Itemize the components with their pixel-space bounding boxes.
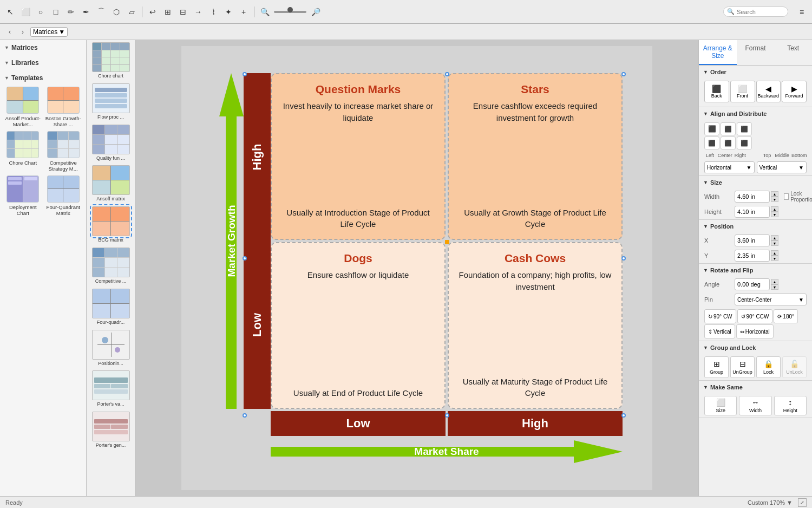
fill-icon[interactable]: ⬡ bbox=[110, 6, 122, 18]
nav-forward-btn[interactable]: › bbox=[17, 27, 28, 37]
grid-icon[interactable]: ⊞ bbox=[162, 6, 174, 18]
btn-180[interactable]: ⟳ 180° bbox=[774, 309, 798, 323]
nav-back-btn[interactable]: ‹ bbox=[4, 27, 15, 37]
btn-flip-vertical[interactable]: ⇕ Vertical bbox=[704, 324, 735, 338]
thumb-list-item-ansoff[interactable]: Ansoff matrix bbox=[89, 165, 133, 202]
breadcrumb-dropdown[interactable]: Matrices ▼ bbox=[30, 27, 68, 37]
table-icon[interactable]: ⊟ bbox=[177, 6, 189, 18]
zoom-in-icon[interactable]: 🔎 bbox=[310, 6, 322, 18]
tab-arrange-size[interactable]: Arrange & Size bbox=[699, 40, 737, 65]
canvas[interactable]: Market Growth High Low Question Marks In… bbox=[135, 40, 698, 496]
sidebar-section-templates-header[interactable]: ▼ Templates bbox=[0, 73, 86, 83]
thumb-list-item-flow[interactable]: Flow proc ... bbox=[89, 83, 133, 120]
handle-ml[interactable] bbox=[243, 256, 247, 260]
handle-bm[interactable] bbox=[445, 413, 449, 418]
sidebar-toggle-icon[interactable]: ≡ bbox=[796, 6, 808, 18]
thumb-list-item-bcg[interactable]: BCG matrix bbox=[89, 206, 133, 243]
handle-tl[interactable] bbox=[243, 72, 247, 76]
template-item-four-quadrant[interactable]: Four-Quadrant Matrix bbox=[45, 175, 82, 217]
cursor-tool-icon[interactable]: ↖ bbox=[4, 6, 16, 18]
btn-make-same-height[interactable]: ↕ Height bbox=[774, 396, 807, 415]
template-item-competitive[interactable]: Competitive Strategy M... bbox=[45, 131, 82, 172]
btn-backward[interactable]: ◀ Backward bbox=[756, 81, 781, 102]
bezier-icon[interactable]: ⌒ bbox=[95, 6, 107, 18]
rotate-pin-dropdown[interactable]: Center-Center ▼ bbox=[735, 294, 807, 305]
btn-90ccw[interactable]: ↺ 90° CCW bbox=[737, 309, 773, 323]
position-x-input[interactable]: 3.60 in bbox=[735, 235, 770, 246]
undo-icon[interactable]: ↩ bbox=[147, 6, 159, 18]
fullscreen-btn[interactable]: ⤢ bbox=[798, 498, 807, 507]
btn-align-left[interactable]: ⬛ bbox=[704, 122, 719, 135]
handle-tr[interactable] bbox=[621, 72, 626, 76]
thumb-list-item-four-quadr[interactable]: Four-quadr... bbox=[89, 289, 133, 325]
thumb-list-item-chore[interactable]: Chore chart bbox=[89, 42, 133, 79]
pencil-icon[interactable]: ✒ bbox=[80, 6, 92, 18]
btn-align-right[interactable]: ⬛ bbox=[737, 122, 752, 135]
quadrant-dogs[interactable]: Dogs Ensure cashflow or liquidate Usuall… bbox=[271, 242, 446, 409]
draw-icon[interactable]: ✦ bbox=[222, 6, 234, 18]
orange-handle-m[interactable] bbox=[445, 240, 449, 244]
section-position-header[interactable]: ▼ Position bbox=[699, 220, 812, 233]
bcg-diagram[interactable]: Market Growth High Low Question Marks In… bbox=[214, 62, 625, 452]
tab-format[interactable]: Format bbox=[737, 40, 775, 65]
square-icon[interactable]: □ bbox=[50, 6, 62, 18]
btn-flip-horizontal[interactable]: ⇔ Horizontal bbox=[736, 324, 774, 338]
plus-icon[interactable]: + bbox=[238, 6, 250, 18]
quadrant-cash-cows[interactable]: Cash Cows Foundation of a company; high … bbox=[448, 242, 623, 409]
handle-tm[interactable] bbox=[445, 72, 449, 76]
btn-group[interactable]: ⊞ Group bbox=[704, 356, 729, 378]
position-y-input[interactable]: 2.35 in bbox=[735, 250, 770, 262]
btn-back[interactable]: ⬛ Back bbox=[704, 81, 729, 102]
btn-align-center[interactable]: ⬛ bbox=[721, 122, 736, 135]
search-input[interactable] bbox=[737, 9, 784, 15]
section-order-header[interactable]: ▼ Order bbox=[699, 66, 812, 79]
btn-ungroup[interactable]: ⊟ UnGroup bbox=[730, 356, 755, 378]
sidebar-section-libraries-header[interactable]: ▼ Libraries bbox=[0, 57, 86, 68]
template-item-deployment[interactable]: Deployment Chart bbox=[4, 175, 42, 217]
size-width-up[interactable]: ▲ bbox=[771, 191, 778, 197]
thumb-list-item-quality[interactable]: Quality fun ... bbox=[89, 125, 133, 161]
tab-text[interactable]: Text bbox=[774, 40, 812, 65]
position-y-down[interactable]: ▼ bbox=[771, 256, 778, 261]
btn-lock[interactable]: 🔒 Lock bbox=[756, 356, 781, 378]
position-x-down[interactable]: ▼ bbox=[771, 240, 778, 246]
position-x-up[interactable]: ▲ bbox=[771, 235, 778, 240]
handle-bl[interactable] bbox=[243, 413, 247, 418]
template-item-boston[interactable]: Boston Growth-Share ... bbox=[45, 87, 82, 128]
select-icon[interactable]: ⬜ bbox=[19, 6, 31, 18]
quadrant-question-marks[interactable]: Question Marks Invest heavily to increas… bbox=[271, 73, 446, 240]
btn-front[interactable]: ⬜ Front bbox=[730, 81, 755, 102]
size-width-down[interactable]: ▼ bbox=[771, 197, 778, 202]
thumb-list-item-porters-va[interactable]: Porter's va... bbox=[89, 370, 133, 407]
template-item-chore[interactable]: Chore Chart bbox=[4, 131, 42, 172]
sidebar-section-matrices-header[interactable]: ▼ Matrices bbox=[0, 42, 86, 53]
zoom-out-icon[interactable]: 🔍 bbox=[259, 6, 271, 18]
rotate-angle-input[interactable]: 0.00 deg bbox=[735, 278, 770, 290]
section-rotate-header[interactable]: ▼ Rotate and Flip bbox=[699, 264, 812, 277]
template-item-ansoff[interactable]: Ansoff Product-Market... bbox=[4, 87, 42, 128]
position-y-up[interactable]: ▲ bbox=[771, 250, 778, 256]
size-height-down[interactable]: ▼ bbox=[771, 212, 778, 217]
btn-make-same-size[interactable]: ⬜ Size bbox=[704, 396, 737, 415]
distribute-v-dropdown[interactable]: Vertical ▼ bbox=[757, 161, 807, 173]
zoom-slider[interactable] bbox=[274, 11, 306, 13]
size-width-input[interactable]: 4.60 in bbox=[735, 191, 770, 203]
pen-icon[interactable]: ✏ bbox=[65, 6, 77, 18]
rotate-angle-down[interactable]: ▼ bbox=[771, 284, 778, 290]
zoom-chevron-icon[interactable]: ▼ bbox=[787, 499, 793, 506]
section-size-header[interactable]: ▼ Size bbox=[699, 176, 812, 189]
btn-90cw[interactable]: ↻ 90° CW bbox=[704, 309, 736, 323]
btn-align-top[interactable]: ⬛ bbox=[704, 136, 719, 149]
btn-forward[interactable]: ▶ Forward bbox=[782, 81, 807, 102]
thumb-list-item-positioning[interactable]: Positionin... bbox=[89, 330, 133, 367]
thumb-list-item-competitive[interactable]: Competitive ... bbox=[89, 248, 133, 284]
btn-align-bottom[interactable]: ⬛ bbox=[737, 136, 752, 149]
btn-make-same-width[interactable]: ↔ Width bbox=[739, 396, 771, 415]
section-group-header[interactable]: ▼ Group and Lock bbox=[699, 341, 812, 354]
flow-icon[interactable]: → bbox=[192, 6, 204, 18]
section-align-header[interactable]: ▼ Align and Distribute bbox=[699, 107, 812, 120]
handle-mr[interactable] bbox=[621, 256, 626, 260]
rotate-angle-up[interactable]: ▲ bbox=[771, 279, 778, 284]
thumb-list-item-porters-gen[interactable]: Porter's gen... bbox=[89, 412, 133, 448]
distribute-h-dropdown[interactable]: Horizontal ▼ bbox=[704, 161, 755, 173]
